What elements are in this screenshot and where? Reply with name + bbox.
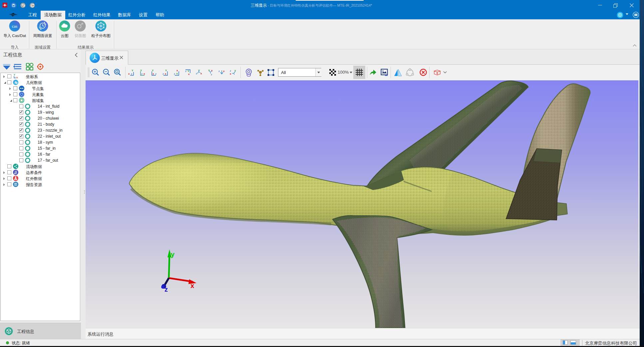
svg-text:z: z — [174, 72, 175, 75]
svg-text:y: y — [234, 69, 236, 72]
svg-text:z: z — [141, 72, 143, 75]
svg-text:Y: Y — [198, 69, 200, 72]
svg-text:x: x — [16, 76, 18, 79]
svg-text:z: z — [196, 72, 197, 75]
svg-text:Y: Y — [132, 69, 134, 72]
svg-text:z: z — [131, 72, 132, 75]
svg-text:Y: Y — [152, 69, 154, 72]
svg-text:cas: cas — [12, 24, 18, 29]
svg-text:x: x — [176, 69, 178, 72]
svg-text:x: x — [144, 72, 145, 75]
svg-text:y: y — [171, 251, 175, 258]
svg-text:z: z — [155, 72, 157, 75]
svg-text:Y: Y — [14, 74, 15, 76]
svg-text:z: z — [230, 69, 231, 72]
svg-text:x: x — [200, 72, 202, 75]
svg-text:z: z — [162, 72, 164, 75]
svg-text:x: x — [128, 72, 130, 75]
svg-text:z: z — [218, 70, 220, 73]
svg-text:x: x — [230, 72, 231, 75]
svg-text:Y: Y — [187, 70, 189, 73]
svg-text:z: z — [211, 73, 212, 76]
svg-text:x: x — [153, 72, 154, 75]
svg-text:Y: Y — [176, 72, 178, 75]
svg-text:x: x — [165, 72, 166, 75]
svg-text:x: x — [188, 73, 190, 76]
svg-text:z: z — [164, 286, 168, 293]
svg-text:x: x — [190, 282, 194, 289]
svg-text:z: z — [14, 76, 16, 79]
svg-text:Y: Y — [165, 69, 167, 72]
svg-text:z: z — [185, 70, 186, 73]
svg-text:x: x — [223, 70, 225, 73]
